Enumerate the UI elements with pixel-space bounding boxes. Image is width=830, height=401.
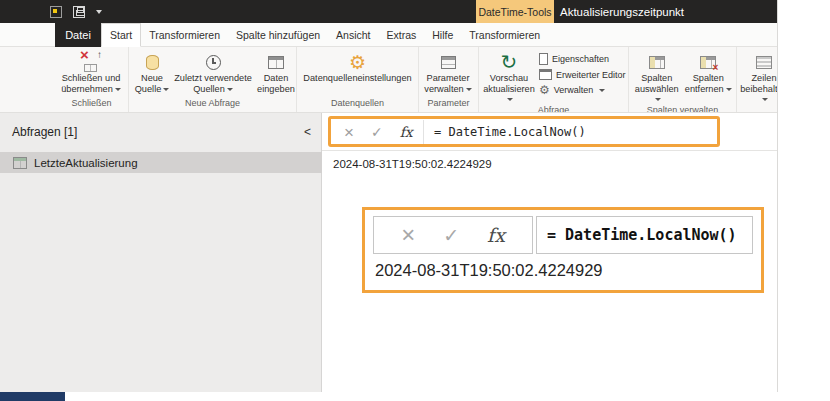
tab-start[interactable]: Start — [101, 23, 141, 47]
formula-bar-buttons: × ✓ fx — [344, 113, 413, 151]
recent-sources-button[interactable]: Zuletzt verwendete Quellen — [173, 50, 253, 94]
manage-parameters-button[interactable]: Parameter verwalten — [421, 50, 475, 94]
ribbon-group-spalten-verwalten: Spalten auswählen Spalten entfernen Spal… — [629, 47, 737, 112]
refresh-preview-label: Vorschau aktualisieren — [481, 73, 537, 105]
power-query-editor-window: DateTime-Tools Aktualisierungszeitpunkt … — [0, 0, 830, 401]
cancel-formula-icon: × — [401, 223, 415, 247]
contextual-tool-label: DateTime-Tools — [478, 6, 551, 18]
parameters-icon — [436, 51, 460, 73]
ribbon-group-zeilen: Zeilen beibehalten — [737, 47, 777, 112]
keep-rows-icon — [752, 51, 776, 73]
dropdown-caret-icon — [599, 89, 605, 92]
zoom-callout: × ✓ fx = DateTime.LocalNow() 2024-08-31T… — [362, 207, 764, 293]
data-source-settings-button[interactable]: ⚙ Datenquelleneinstellungen — [298, 50, 418, 84]
dropdown-caret-icon — [507, 98, 513, 101]
enter-data-button[interactable]: Daten eingeben — [253, 50, 299, 94]
group-label-schliessen: Schließen — [55, 98, 128, 112]
manage-query-button[interactable]: ⚙ Verwalten — [537, 83, 628, 97]
ribbon-group-parameter: Parameter verwalten Parameter — [419, 47, 479, 112]
group-label-spalten-verwalten: Spalten verwalten — [629, 105, 736, 112]
dropdown-caret-icon — [466, 88, 472, 91]
query-small-buttons: Eigenschaften Erweiterter Editor ⚙ Verwa… — [537, 50, 628, 97]
close-and-apply-label: Schließen und übernehmen — [58, 73, 124, 94]
enter-data-table-icon — [264, 51, 288, 73]
quick-access-dropdown-icon[interactable] — [96, 10, 102, 14]
save-icon[interactable] — [73, 6, 85, 18]
dropdown-caret-icon — [726, 88, 732, 91]
remove-columns-button[interactable]: Spalten entfernen — [683, 50, 735, 94]
formula-input[interactable]: = DateTime.LocalNow() — [434, 113, 586, 151]
app-icon — [50, 6, 62, 18]
keep-rows-label: Zeilen beibehalten — [740, 73, 777, 105]
fx-icon[interactable]: fx — [400, 124, 413, 140]
remove-columns-icon — [696, 51, 720, 73]
dropdown-caret-icon — [227, 88, 233, 91]
ribbon-group-abfrage: ↻ Vorschau aktualisieren Eigenschaften E… — [479, 47, 629, 112]
close-and-apply-button[interactable]: ×↑ Schließen und übernehmen — [57, 50, 125, 94]
callout-result-value: 2024-08-31T19:50:02.4224929 — [373, 261, 753, 280]
keep-rows-button[interactable]: Zeilen beibehalten — [739, 50, 777, 105]
dropdown-caret-icon — [762, 98, 768, 101]
tab-contextual-transformieren[interactable]: Transformieren — [461, 23, 548, 47]
enter-data-label: Daten eingeben — [253, 73, 299, 94]
query-table-icon — [13, 157, 27, 169]
fx-icon: fx — [487, 224, 505, 246]
data-source-settings-label: Datenquelleneinstellungen — [298, 73, 418, 84]
refresh-preview-button[interactable]: ↻ Vorschau aktualisieren — [481, 50, 537, 105]
tab-ansicht[interactable]: Ansicht — [328, 23, 378, 47]
window-title: Aktualisierungszeitpunkt — [560, 0, 684, 23]
group-label-abfrage: Abfrage — [479, 105, 628, 112]
tab-transformieren[interactable]: Transformieren — [141, 23, 228, 47]
choose-columns-button[interactable]: Spalten auswählen — [631, 50, 683, 105]
manage-query-label: Verwalten — [554, 85, 594, 95]
queries-pane-title: Abfragen [1] — [12, 113, 77, 151]
gear-icon: ⚙ — [346, 51, 370, 73]
ribbon-tab-row: Datei Start Transformieren Spalte hinzuf… — [0, 23, 777, 47]
formula-bar-divider — [423, 120, 424, 144]
close-and-apply-icon: ×↑ — [79, 51, 103, 73]
new-source-label: Neue Quelle — [131, 73, 173, 94]
manage-gear-icon: ⚙ — [539, 84, 550, 96]
commit-formula-icon[interactable]: ✓ — [371, 125, 383, 139]
queries-pane-header: Abfragen [1] < — [0, 113, 321, 151]
manage-parameters-label: Parameter verwalten — [422, 73, 474, 94]
cancel-formula-icon[interactable]: × — [344, 124, 354, 141]
tab-file[interactable]: Datei — [55, 23, 101, 47]
queries-pane: Abfragen [1] < LetzteAktualisierung — [0, 113, 322, 392]
dropdown-caret-icon — [655, 98, 661, 101]
preview-value-cell[interactable]: 2024-08-31T19:50:02.4224929 — [322, 151, 777, 170]
group-label-parameter: Parameter — [419, 98, 478, 112]
quick-access-toolbar — [50, 0, 102, 23]
group-label-datenquellen: Datenquellen — [297, 98, 418, 112]
ribbon-group-schliessen: ×↑ Schließen und übernehmen Schließen — [55, 47, 129, 112]
dropdown-caret-icon — [115, 88, 121, 91]
window-right-edge — [777, 0, 778, 392]
callout-formula-buttons: × ✓ fx — [373, 216, 533, 254]
properties-page-icon — [539, 53, 548, 65]
refresh-icon: ↻ — [497, 51, 521, 73]
ribbon-group-neue-abfrage: Neue Quelle Zuletzt verwendete Quellen D… — [129, 47, 297, 112]
group-label-neue-abfrage: Neue Abfrage — [129, 98, 296, 112]
formula-bar: × ✓ fx = DateTime.LocalNow() — [322, 113, 777, 151]
advanced-editor-label: Erweiterter Editor — [556, 70, 626, 80]
new-source-button[interactable]: Neue Quelle — [131, 50, 173, 94]
advanced-editor-window-icon — [539, 69, 552, 80]
tab-hilfe[interactable]: Hilfe — [424, 23, 461, 47]
query-list-item[interactable]: LetzteAktualisierung — [0, 152, 322, 173]
tab-extras[interactable]: Extras — [379, 23, 425, 47]
ribbon-group-datenquellen: ⚙ Datenquelleneinstellungen Datenquellen — [297, 47, 419, 112]
collapse-queries-pane-button[interactable]: < — [304, 113, 311, 151]
properties-button[interactable]: Eigenschaften — [537, 52, 628, 66]
titlebar: DateTime-Tools Aktualisierungszeitpunkt — [0, 0, 777, 23]
recent-sources-label: Zuletzt verwendete Quellen — [173, 73, 253, 94]
recent-sources-clock-icon — [201, 51, 225, 73]
new-source-icon — [140, 51, 164, 73]
choose-columns-icon — [645, 51, 669, 73]
remove-columns-label: Spalten entfernen — [683, 73, 733, 94]
advanced-editor-button[interactable]: Erweiterter Editor — [537, 68, 628, 81]
tabs: Start Transformieren Spalte hinzufügen A… — [101, 23, 548, 47]
dropdown-caret-icon — [163, 88, 169, 91]
query-item-label: LetzteAktualisierung — [34, 157, 138, 169]
ribbon: ×↑ Schließen und übernehmen Schließen Ne… — [0, 47, 777, 113]
tab-spalte-hinzufuegen[interactable]: Spalte hinzufügen — [228, 23, 328, 47]
